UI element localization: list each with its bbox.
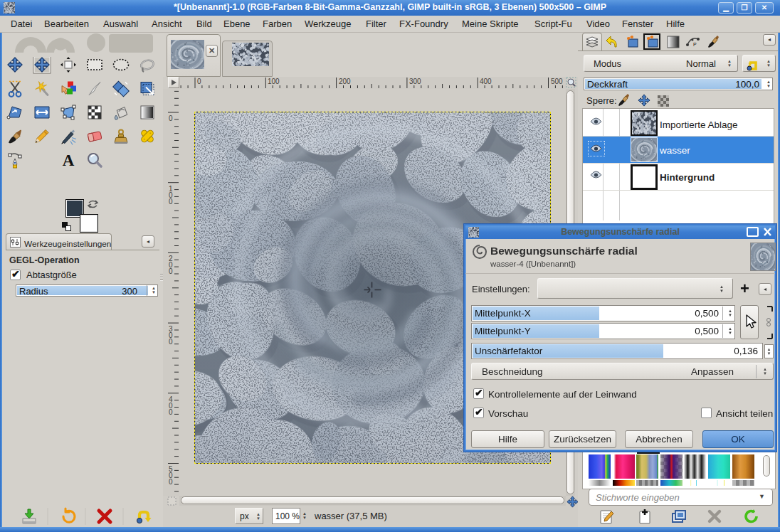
svg-text:200: 200: [169, 255, 173, 275]
svg-text:200: 200: [339, 78, 351, 85]
svg-text:0: 0: [197, 78, 201, 85]
svg-text:300: 300: [169, 325, 173, 346]
svg-text:A: A: [63, 151, 75, 169]
svg-text:100: 100: [268, 78, 280, 85]
svg-text:0: 0: [169, 115, 173, 122]
svg-text:400: 400: [480, 78, 492, 85]
svg-text:P: P: [693, 42, 697, 47]
svg-text:300: 300: [409, 78, 421, 85]
svg-text:400: 400: [169, 395, 173, 416]
svg-text:500: 500: [551, 78, 563, 85]
svg-text:100: 100: [169, 185, 173, 206]
svg-text:500: 500: [169, 465, 173, 486]
